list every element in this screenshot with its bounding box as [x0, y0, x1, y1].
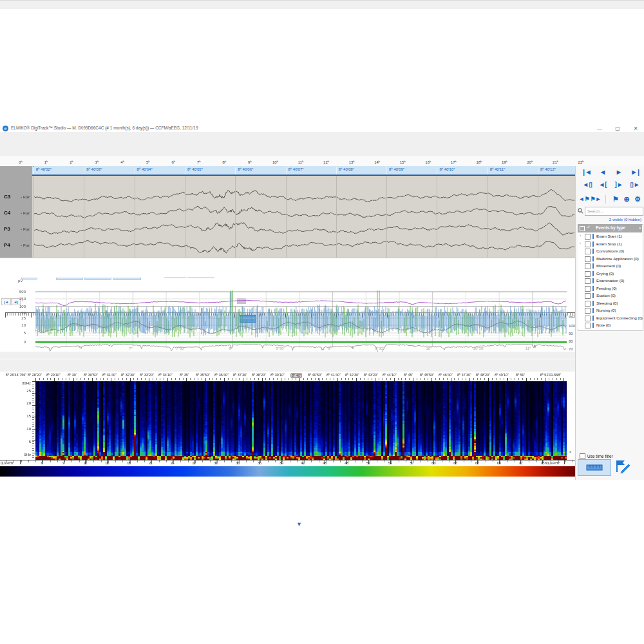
- timeline-hour-label: 1ʰ: [44, 160, 48, 164]
- trend-left-tick: 100: [1, 305, 26, 308]
- nav-first-button[interactable]: |◄: [580, 168, 594, 176]
- events-header-caret[interactable]: ▾: [639, 226, 641, 230]
- dsa-time-label: 8ʰ 28'20": [28, 373, 42, 377]
- event-checkbox[interactable]: [585, 293, 591, 299]
- nav-next-button[interactable]: ►: [612, 168, 626, 176]
- event-checkbox[interactable]: [585, 278, 591, 284]
- event-type-row[interactable]: Suction (0): [578, 292, 642, 299]
- dsa-time-label: 8ʰ 36'40": [214, 373, 229, 377]
- dsa-frequency-label: 0Hz: [1, 453, 31, 457]
- event-checkbox[interactable]: [585, 242, 591, 247]
- event-type-row[interactable]: Nursing (0): [578, 307, 642, 314]
- nav-last-button[interactable]: ►|: [628, 168, 642, 176]
- eeg-traces-canvas[interactable]: [32, 176, 575, 258]
- dsa-time-label: 8ʰ 31'40": [102, 373, 117, 377]
- eeg-gridline: [286, 176, 287, 258]
- event-checkbox[interactable]: [585, 323, 591, 328]
- title-bar: e ELMIKO® DigiTrack™ Studio — M. 0X99D66…: [0, 0, 644, 9]
- event-type-row[interactable]: Sleeping (0): [578, 299, 642, 307]
- close-button[interactable]: ✕: [629, 125, 643, 132]
- flag-event-button[interactable]: ⚑: [611, 195, 621, 204]
- event-checkbox[interactable]: [585, 308, 591, 314]
- event-checkbox[interactable]: [585, 316, 591, 321]
- nav-prev-button[interactable]: ◄: [596, 168, 610, 176]
- visible-events-link[interactable]: 2 visible (0 hidden): [580, 218, 641, 222]
- trend-plot-canvas[interactable]: [35, 287, 567, 358]
- event-type-row[interactable]: Crying (0): [578, 270, 642, 278]
- power-scale-number: 21: [149, 461, 153, 465]
- next-event-button[interactable]: ⚑►: [590, 196, 601, 202]
- event-type-row[interactable]: Examination (0): [578, 277, 642, 285]
- power-scale-min: 0µV²/Hz: [1, 461, 14, 465]
- dsa-time-label: 8ʰ 45'50": [420, 373, 434, 377]
- event-type-row[interactable]: Medicine Application (0): [578, 255, 642, 263]
- use-time-filter-row[interactable]: Use time filter: [580, 453, 613, 459]
- dsa-time-label: 8ʰ 42'30": [345, 373, 359, 377]
- eeg-gridline: [135, 176, 135, 258]
- eeg-time-label: 8ʰ 40'03": [86, 167, 102, 171]
- dsa-spectrogram-canvas[interactable]: [35, 381, 567, 460]
- use-time-filter-checkbox[interactable]: [580, 453, 585, 459]
- use-time-filter-label: Use time filter: [587, 454, 613, 459]
- timeline-hour-label: 3ʰ: [95, 160, 99, 164]
- search-input[interactable]: Search....: [585, 207, 643, 216]
- dsa-time-label: 8ʰ 43'20": [364, 373, 378, 377]
- event-type-row[interactable]: Movement (0): [578, 262, 642, 270]
- timeline-hour-label: 8ʰ: [223, 160, 227, 164]
- power-scale-number: 6: [41, 461, 43, 465]
- nav-prev-screen-button[interactable]: ◄[: [596, 181, 610, 188]
- eeg-time-label: 8ʰ 40'07": [289, 167, 304, 171]
- expand-arrow-icon[interactable]: ›: [580, 241, 581, 245]
- nav-prev-page-button[interactable]: ◄▯: [580, 181, 594, 188]
- event-checkbox[interactable]: [585, 301, 591, 307]
- timeline-hour-label: 15ʰ: [400, 160, 406, 164]
- dsa-frequency-label: 20: [1, 401, 31, 405]
- event-label: Suction (0): [596, 293, 616, 298]
- event-color-bar: [592, 249, 594, 254]
- timeline-hour-label: 18ʰ: [476, 160, 482, 164]
- event-type-row[interactable]: ›Exam Stop (1): [578, 240, 642, 248]
- event-checkbox[interactable]: [585, 271, 591, 277]
- event-time-button[interactable]: ⊕: [621, 195, 632, 204]
- event-checkbox[interactable]: [585, 263, 591, 269]
- events-checkbox-column-icon[interactable]: [580, 226, 585, 231]
- event-settings-button[interactable]: ⚙: [632, 195, 643, 204]
- dsa-time-label: 8ʰ 29'10": [46, 373, 61, 377]
- events-header[interactable]: ✓ Events by type ▾: [578, 224, 642, 232]
- eeg-header-divider: [386, 167, 387, 175]
- nav-next-page-button[interactable]: ▯►: [628, 181, 642, 188]
- prev-event-button[interactable]: ◄⚑: [578, 196, 590, 202]
- minimize-button[interactable]: —: [592, 125, 607, 132]
- eeg-header-divider: [437, 167, 437, 175]
- nav-next-screen-button[interactable]: ]►: [612, 181, 626, 188]
- sidebar-bottom-caret[interactable]: ▾: [569, 450, 571, 454]
- event-type-row[interactable]: Equipment Connecting (0): [578, 314, 642, 322]
- event-type-row[interactable]: Note (0): [578, 321, 642, 329]
- collapse-handle-icon[interactable]: ▼: [296, 522, 302, 527]
- event-type-row[interactable]: ›Exam Start (1): [578, 232, 642, 240]
- event-checkbox[interactable]: [585, 256, 591, 262]
- map-controls-row: Default (Customized)▾ One map▾ Average▾ …: [0, 359, 575, 372]
- event-checkbox[interactable]: [585, 286, 591, 292]
- flag-pencil-icon: [613, 459, 632, 474]
- expand-arrow-icon[interactable]: ›: [580, 233, 581, 237]
- trend-left-tick: 5: [1, 331, 26, 335]
- eeg-time-label: 8ʰ 40'08": [339, 167, 354, 171]
- trend-right-tick: 80: [569, 339, 573, 343]
- power-scale-number: 72: [519, 461, 523, 465]
- dsa-frequency-label: 10: [1, 427, 31, 431]
- event-label: Convulsions (0): [596, 249, 624, 253]
- event-color-bar: [592, 278, 594, 283]
- event-type-row[interactable]: Feeding (0): [578, 285, 642, 292]
- maximize-button[interactable]: ▢: [611, 125, 625, 132]
- annotate-button[interactable]: [613, 459, 634, 475]
- events-check-column-icon: ✓: [587, 225, 591, 230]
- eeg-gridline: [437, 176, 437, 258]
- event-type-row[interactable]: Convulsions (0): [578, 247, 642, 255]
- dsa-time-label: 8ʰ 41'40": [327, 373, 341, 377]
- channel-reference: - Fpz: [0, 227, 30, 231]
- timeline-hour-label: 9ʰ: [248, 160, 252, 164]
- event-checkbox[interactable]: [585, 234, 591, 240]
- time-range-button[interactable]: [578, 459, 611, 476]
- event-checkbox[interactable]: [585, 249, 591, 254]
